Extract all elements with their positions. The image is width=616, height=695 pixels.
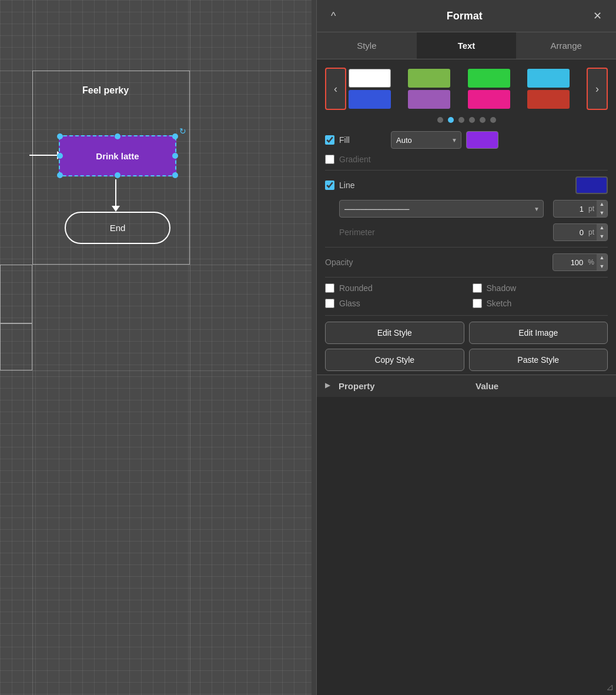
color-swatch-pink[interactable] xyxy=(468,90,510,109)
panel-content: ‹ › xyxy=(317,59,616,375)
perimeter-unit: pt xyxy=(586,228,597,236)
glass-checkbox[interactable] xyxy=(325,299,334,308)
perimeter-label: Perimeter xyxy=(339,228,553,237)
color-swatch-cyan[interactable] xyxy=(527,69,570,88)
panel-title: Format xyxy=(340,10,588,22)
canvas-rect xyxy=(0,323,32,370)
property-table-header: ▶ Property Value xyxy=(317,375,616,397)
property-arrow-icon[interactable]: ▶ xyxy=(325,381,330,391)
color-swatch-purple[interactable] xyxy=(408,90,450,109)
opacity-down[interactable]: ▼ xyxy=(597,262,607,271)
rounded-label: Rounded xyxy=(339,283,373,293)
fill-label: Fill xyxy=(339,135,386,145)
drink-latte-node[interactable]: Drink latte xyxy=(59,135,176,176)
handle-bm[interactable] xyxy=(115,172,120,178)
line-style-select[interactable]: ──────────── - - - - - · · · · · xyxy=(340,205,534,213)
handle-mr[interactable] xyxy=(172,153,178,159)
opacity-input[interactable] xyxy=(553,258,585,267)
glass-item: Glass xyxy=(325,299,461,308)
handle-ml[interactable] xyxy=(57,153,63,159)
tab-text[interactable]: Text xyxy=(417,32,517,59)
opacity-label: Opacity xyxy=(325,258,548,267)
perimeter-spinners: ▲ ▼ xyxy=(597,223,607,241)
color-swatch-green[interactable] xyxy=(408,69,450,88)
end-label: End xyxy=(110,223,126,233)
color-swatch-bright-green[interactable] xyxy=(468,69,510,88)
line-color-preview[interactable] xyxy=(575,176,608,194)
opacity-row: Opacity % ▲ ▼ xyxy=(325,253,608,271)
value-col-header: Value xyxy=(476,381,608,391)
edit-image-button[interactable]: Edit Image xyxy=(469,322,608,344)
line-style-select-wrap: ──────────── - - - - - · · · · · ▼ xyxy=(339,200,544,218)
perimeter-input[interactable] xyxy=(554,228,586,237)
paste-style-button[interactable]: Paste Style xyxy=(469,349,608,371)
handle-bl[interactable] xyxy=(57,172,63,178)
opacity-unit: % xyxy=(585,258,597,266)
palette-prev-button[interactable]: ‹ xyxy=(325,68,346,110)
gradient-label: Gradient xyxy=(339,155,386,164)
opacity-up[interactable]: ▲ xyxy=(597,253,607,262)
line-row: Line xyxy=(325,176,608,194)
line-width-input-wrap: pt ▲ ▼ xyxy=(553,200,608,218)
opacity-spinners: ▲ ▼ xyxy=(597,253,607,271)
pagination-dots xyxy=(325,117,608,123)
dot-1[interactable] xyxy=(437,117,443,123)
close-button[interactable]: ✕ xyxy=(588,7,607,25)
color-swatch-blue[interactable] xyxy=(349,90,391,109)
shadow-checkbox[interactable] xyxy=(473,283,482,293)
shadow-label: Shadow xyxy=(487,283,517,293)
grid-line xyxy=(0,370,312,371)
tab-style[interactable]: Style xyxy=(317,32,417,59)
fill-checkbox[interactable] xyxy=(325,135,334,145)
sketch-checkbox[interactable] xyxy=(473,299,482,308)
tab-arrange[interactable]: Arrange xyxy=(516,32,616,59)
gradient-row: Gradient xyxy=(325,155,608,164)
edit-style-button[interactable]: Edit Style xyxy=(325,322,464,344)
canvas-rect xyxy=(0,265,32,323)
property-col-header: Property xyxy=(339,381,471,391)
perimeter-up[interactable]: ▲ xyxy=(597,223,607,232)
collapse-button[interactable]: ^ xyxy=(326,8,340,25)
dot-6[interactable] xyxy=(490,117,496,123)
line-checkbox[interactable] xyxy=(325,181,334,190)
palette-section: ‹ › xyxy=(325,68,608,110)
chevron-left-icon: ‹ xyxy=(334,83,337,95)
line-label: Line xyxy=(339,181,386,190)
line-width-down[interactable]: ▼ xyxy=(597,209,607,218)
handle-tl[interactable] xyxy=(57,133,63,139)
end-node[interactable]: End xyxy=(65,212,170,244)
color-swatch-white[interactable] xyxy=(349,69,391,88)
style-buttons-row-2: Copy Style Paste Style xyxy=(325,349,608,371)
rotate-handle[interactable]: ↻ xyxy=(179,126,189,136)
line-style-arrow: ▼ xyxy=(534,206,543,212)
fill-style-select-wrap: Auto ▼ xyxy=(391,131,461,149)
feel-perky-label: Feel perky xyxy=(82,85,129,96)
line-width-input[interactable] xyxy=(554,205,586,213)
copy-style-button[interactable]: Copy Style xyxy=(325,349,464,371)
dot-5[interactable] xyxy=(480,117,486,123)
perimeter-input-wrap: pt ▲ ▼ xyxy=(553,223,608,241)
dot-4[interactable] xyxy=(469,117,475,123)
rounded-checkbox[interactable] xyxy=(325,283,334,293)
property-table-body xyxy=(317,397,616,696)
palette-next-button[interactable]: › xyxy=(587,68,608,110)
line-width-up[interactable]: ▲ xyxy=(597,200,607,209)
resize-handle[interactable]: ⊿ xyxy=(606,681,614,693)
handle-br[interactable] xyxy=(172,172,178,178)
handle-tm[interactable] xyxy=(115,133,120,139)
grid-line xyxy=(0,265,312,265)
sketch-item: Sketch xyxy=(473,299,608,308)
fill-style-arrow: ▼ xyxy=(451,137,461,143)
dot-3[interactable] xyxy=(458,117,464,123)
line-width-unit: pt xyxy=(586,205,597,213)
dot-2[interactable] xyxy=(448,117,454,123)
line-style-row: ──────────── - - - - - · · · · · ▼ pt ▲ … xyxy=(325,200,608,218)
arrow-down-head xyxy=(112,206,120,212)
perimeter-down[interactable]: ▼ xyxy=(597,232,607,241)
gradient-checkbox[interactable] xyxy=(325,155,334,164)
fill-style-select[interactable]: Auto xyxy=(391,136,451,145)
handle-tr[interactable] xyxy=(172,133,178,139)
fill-color-preview[interactable] xyxy=(466,131,498,149)
color-swatch-red[interactable] xyxy=(527,90,570,109)
sketch-label: Sketch xyxy=(487,299,512,308)
